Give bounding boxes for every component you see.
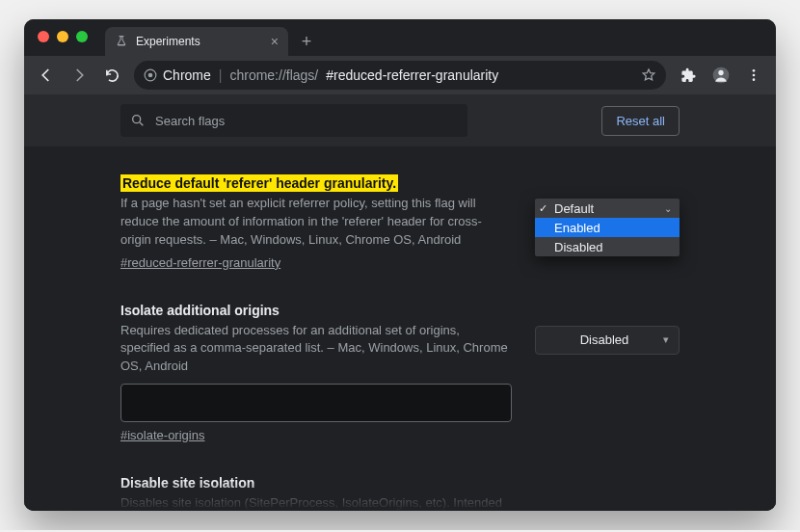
flag-text-input[interactable] (120, 384, 512, 422)
search-placeholder: Search flags (155, 114, 225, 128)
flag-title: Disable site isolation (120, 475, 254, 491)
titlebar: Experiments × + (24, 19, 776, 56)
flag-anchor-link[interactable]: #isolate-origins (120, 428, 204, 442)
browser-window: Experiments × + Chrome | chrome://flags/… (24, 19, 776, 511)
extensions-button[interactable] (674, 61, 703, 90)
close-window-button[interactable] (38, 31, 49, 42)
address-bar[interactable]: Chrome | chrome://flags/#reduced-referre… (134, 61, 666, 90)
flag-item: Reduce default 'referer' header granular… (120, 156, 680, 283)
search-flags-input[interactable]: Search flags (120, 104, 467, 137)
tab-title: Experiments (136, 35, 263, 48)
omnibox-separator: | (219, 67, 223, 83)
flag-description: Disables site isolation (SitePerProcess,… (120, 494, 512, 511)
url-dim: chrome://flags/ (229, 67, 318, 83)
flags-list: Reduce default 'referer' header granular… (24, 146, 776, 511)
url-bright: #reduced-referrer-granularity (326, 67, 498, 83)
browser-tab[interactable]: Experiments × (105, 27, 288, 56)
dropdown-option-enabled[interactable]: Enabled (535, 218, 680, 237)
flag-item: Disable site isolation Disables site iso… (120, 456, 680, 511)
close-tab-icon[interactable]: × (271, 35, 279, 48)
reload-button[interactable] (97, 61, 126, 90)
reset-all-button[interactable]: Reset all (601, 106, 680, 136)
minimize-window-button[interactable] (57, 31, 68, 42)
chrome-icon (144, 68, 157, 82)
chevron-down-icon: ⌄ (664, 203, 672, 214)
search-icon (130, 113, 146, 128)
dropdown-option-default[interactable]: ✓ Default ⌄ (535, 199, 680, 218)
traffic-lights (24, 19, 99, 52)
flag-title: Reduce default 'referer' header granular… (120, 174, 398, 192)
site-chip[interactable]: Chrome (144, 67, 211, 83)
flag-description: Requires dedicated processes for an addi… (120, 322, 512, 377)
svg-point-6 (753, 78, 756, 81)
dropdown-option-disabled[interactable]: Disabled (535, 237, 680, 256)
flag-select[interactable]: Disabled ▾ (535, 326, 680, 355)
flags-header: Search flags Reset all (24, 94, 776, 146)
flag-description: If a page hasn't set an explicit referre… (120, 195, 512, 250)
profile-button[interactable] (707, 61, 735, 90)
flag-select-dropdown[interactable]: ✓ Default ⌄ Enabled Disabled (535, 199, 680, 256)
bookmark-star-icon[interactable] (641, 67, 656, 83)
flag-anchor-link[interactable]: #reduced-referrer-granularity (120, 255, 280, 270)
flag-title: Isolate additional origins (120, 303, 280, 318)
forward-button[interactable] (65, 61, 93, 90)
back-button[interactable] (32, 61, 61, 90)
toolbar: Chrome | chrome://flags/#reduced-referre… (24, 56, 776, 94)
flask-icon (115, 35, 128, 48)
site-chip-label: Chrome (163, 67, 211, 83)
new-tab-button[interactable]: + (294, 29, 319, 54)
page-content: Search flags Reset all Reduce default 'r… (24, 94, 776, 511)
flag-item: Isolate additional origins Requires dedi… (120, 283, 680, 457)
check-icon: ✓ (539, 202, 547, 215)
maximize-window-button[interactable] (76, 31, 88, 42)
chevron-down-icon: ▾ (663, 333, 669, 346)
svg-point-3 (718, 70, 723, 75)
svg-point-5 (753, 74, 756, 77)
svg-point-4 (753, 69, 756, 72)
svg-point-1 (148, 73, 153, 78)
svg-point-7 (133, 116, 141, 123)
menu-button[interactable] (739, 61, 768, 90)
